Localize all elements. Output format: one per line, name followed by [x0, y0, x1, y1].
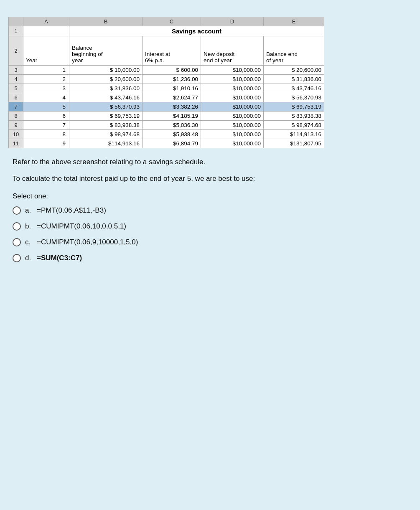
cell-8c: $4,185.19 — [143, 112, 201, 121]
option-b-formula: =CUMIPMT(0.06,10,0,0,5,1) — [37, 222, 126, 231]
cell-2e: Balance endof year — [264, 36, 324, 66]
col-header-d: D — [201, 17, 264, 26]
col-header-e: E — [264, 17, 324, 26]
corner-cell — [9, 17, 23, 26]
cell-2a: Year — [23, 36, 69, 66]
cell-11c: $6,894.79 — [143, 139, 201, 148]
row-num-11: 11 — [9, 139, 23, 148]
cell-6a: 4 — [23, 93, 69, 102]
table-row: 11 9 $114,913.16 $6,894.79 $10,000.00 $1… — [9, 139, 324, 148]
cell-9a: 7 — [23, 121, 69, 130]
col-header-c: C — [143, 17, 201, 26]
radio-a[interactable] — [13, 206, 21, 215]
cell-3b: $ 10,000.00 — [69, 66, 143, 75]
spreadsheet-table: A B C D E 1 Savings account 2 Year Balan… — [8, 17, 324, 148]
row-num-4: 4 — [9, 75, 23, 84]
cell-11a: 9 — [23, 139, 69, 148]
cell-6b: $ 43,746.16 — [69, 93, 143, 102]
radio-c[interactable] — [13, 238, 21, 246]
cell-9d: $10,000.00 — [201, 121, 264, 130]
cell-8d: $10,000.00 — [201, 112, 264, 121]
cell-3d: $10,000.00 — [201, 66, 264, 75]
option-a-letter: a. — [25, 206, 33, 215]
cell-10a: 8 — [23, 130, 69, 139]
table-row: 3 1 $ 10,000.00 $ 600.00 $10,000.00 $ 20… — [9, 66, 324, 75]
row-num-3: 3 — [9, 66, 23, 75]
row-num-9: 9 — [9, 121, 23, 130]
cell-10b: $ 98,974.68 — [69, 130, 143, 139]
cell-11d: $10,000.00 — [201, 139, 264, 148]
refer-text: Refer to the above screenshot relating t… — [13, 157, 407, 167]
table-row: 5 3 $ 31,836.00 $1,910.16 $10,000.00 $ 4… — [9, 84, 324, 93]
row-num-8: 8 — [9, 112, 23, 121]
cell-4e: $ 31,836.00 — [264, 75, 324, 84]
row-num-10: 10 — [9, 130, 23, 139]
cell-10d: $10,000.00 — [201, 130, 264, 139]
table-row: 6 4 $ 43,746.16 $2,624.77 $10,000.00 $ 5… — [9, 93, 324, 102]
cell-10e: $114,913.16 — [264, 130, 324, 139]
cell-4a: 2 — [23, 75, 69, 84]
cell-2d: New depositend of year — [201, 36, 264, 66]
cell-7c: $3,382.26 — [143, 102, 201, 112]
cell-2c: Interest at6% p.a. — [143, 36, 201, 66]
cell-9e: $ 98,974.68 — [264, 121, 324, 130]
cell-4c: $1,236.00 — [143, 75, 201, 84]
cell-2b: Balancebeginning ofyear — [69, 36, 143, 66]
option-c[interactable]: c. =CUMIPMT(0.06,9,10000,1,5,0) — [13, 238, 407, 246]
cell-11e: $131,807.95 — [264, 139, 324, 148]
col-header-a: A — [23, 17, 69, 26]
table-row: 10 8 $ 98,974.68 $5,938.48 $10,000.00 $1… — [9, 130, 324, 139]
spreadsheet-title: Savings account — [69, 26, 324, 36]
question-text: To calculate the total interest paid up … — [13, 173, 407, 184]
cell-7b: $ 56,370.93 — [69, 102, 143, 112]
row-num-5: 5 — [9, 84, 23, 93]
option-c-formula: =CUMIPMT(0.06,9,10000,1,5,0) — [37, 238, 138, 246]
row-num-6: 6 — [9, 93, 23, 102]
cell-8b: $ 69,753.19 — [69, 112, 143, 121]
row-num-7: 7 — [9, 102, 23, 112]
cell-7d: $10,000.00 — [201, 102, 264, 112]
cell-7e: $ 69,753.19 — [264, 102, 324, 112]
cell-3e: $ 20,600.00 — [264, 66, 324, 75]
table-row: 4 2 $ 20,600.00 $1,236.00 $10,000.00 $ 3… — [9, 75, 324, 84]
row-num-2: 2 — [9, 36, 23, 66]
cell-4b: $ 20,600.00 — [69, 75, 143, 84]
cell-9c: $5,036.30 — [143, 121, 201, 130]
options-container: a. =PMT(0.06,A$11,-B3) b. =CUMIPMT(0.06,… — [13, 206, 407, 262]
option-c-letter: c. — [25, 238, 33, 246]
option-b[interactable]: b. =CUMIPMT(0.06,10,0,0,5,1) — [13, 222, 407, 231]
cell-1a — [23, 26, 69, 36]
option-a-formula: =PMT(0.06,A$11,-B3) — [37, 206, 106, 215]
cell-3a: 1 — [23, 66, 69, 75]
cell-5d: $10,000.00 — [201, 84, 264, 93]
option-b-letter: b. — [25, 222, 33, 231]
cell-5e: $ 43,746.16 — [264, 84, 324, 93]
table-row: 8 6 $ 69,753.19 $4,185.19 $10,000.00 $ 8… — [9, 112, 324, 121]
table-row: 9 7 $ 83,938.38 $5,036.30 $10,000.00 $ 9… — [9, 121, 324, 130]
cell-5b: $ 31,836.00 — [69, 84, 143, 93]
table-row-highlighted: 7 5 $ 56,370.93 $3,382.26 $10,000.00 $ 6… — [9, 102, 324, 112]
cell-6e: $ 56,370.93 — [264, 93, 324, 102]
col-header-b: B — [69, 17, 143, 26]
cell-6c: $2,624.77 — [143, 93, 201, 102]
cell-7a: 5 — [23, 102, 69, 112]
option-d[interactable]: d. =SUM(C3:C7) — [13, 254, 407, 262]
option-d-formula: =SUM(C3:C7) — [37, 254, 82, 262]
select-label: Select one: — [13, 192, 407, 200]
row-num-1: 1 — [9, 26, 23, 36]
cell-5a: 3 — [23, 84, 69, 93]
spreadsheet-container: A B C D E 1 Savings account 2 Year Balan… — [8, 17, 412, 148]
cell-9b: $ 83,938.38 — [69, 121, 143, 130]
cell-8a: 6 — [23, 112, 69, 121]
cell-4d: $10,000.00 — [201, 75, 264, 84]
radio-d[interactable] — [13, 254, 21, 262]
cell-6d: $10,000.00 — [201, 93, 264, 102]
radio-b[interactable] — [13, 222, 21, 231]
cell-11b: $114,913.16 — [69, 139, 143, 148]
cell-3c: $ 600.00 — [143, 66, 201, 75]
cell-10c: $5,938.48 — [143, 130, 201, 139]
option-a[interactable]: a. =PMT(0.06,A$11,-B3) — [13, 206, 407, 215]
cell-8e: $ 83,938.38 — [264, 112, 324, 121]
option-d-letter: d. — [25, 254, 33, 262]
cell-5c: $1,910.16 — [143, 84, 201, 93]
